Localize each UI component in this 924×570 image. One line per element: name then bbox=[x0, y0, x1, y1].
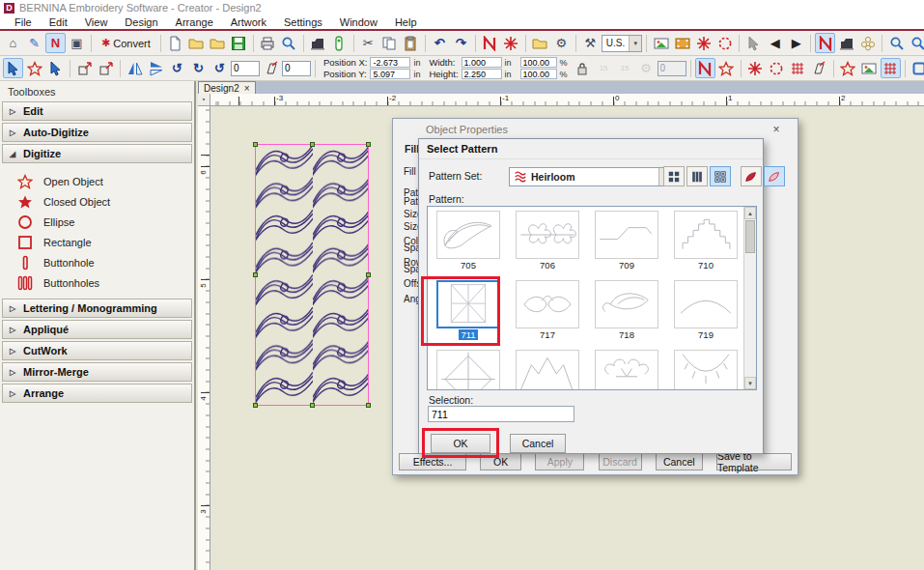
design-properties-icon[interactable]: ⚙ bbox=[551, 33, 572, 53]
tool-open-object[interactable]: Open Object bbox=[15, 171, 192, 191]
pattern-ok-button[interactable]: OK bbox=[431, 434, 490, 453]
picture-fill-icon[interactable] bbox=[859, 58, 880, 78]
open-recent-icon[interactable] bbox=[208, 33, 228, 53]
rotate-cw-45-icon[interactable]: ↻ bbox=[188, 58, 209, 78]
copy-icon[interactable] bbox=[379, 33, 400, 53]
width-input[interactable] bbox=[462, 57, 502, 68]
home-icon[interactable]: ⌂ bbox=[3, 33, 23, 53]
scroll-up-icon[interactable]: ▲ bbox=[744, 207, 756, 219]
ruler-corner[interactable]: ▪ bbox=[198, 94, 210, 106]
menu-file[interactable]: File bbox=[6, 16, 41, 28]
scrollbar-thumb[interactable] bbox=[745, 220, 755, 253]
tool-buttonhole[interactable]: Buttonhole bbox=[15, 252, 192, 272]
show-hoop-icon[interactable] bbox=[910, 58, 924, 78]
resize-handle[interactable] bbox=[253, 403, 258, 408]
select-pattern-titlebar[interactable]: Select Pattern bbox=[419, 139, 763, 159]
convert-button[interactable]: ✱ Convert bbox=[96, 33, 156, 53]
pattern-item-partial[interactable] bbox=[666, 350, 745, 390]
save-design-icon[interactable] bbox=[229, 33, 249, 53]
menu-view[interactable]: View bbox=[76, 16, 117, 28]
outline-preview-button[interactable] bbox=[764, 166, 785, 186]
cut-icon[interactable]: ✂ bbox=[358, 33, 378, 53]
outline-design-icon[interactable] bbox=[695, 58, 715, 78]
freehand-tool-icon[interactable] bbox=[809, 58, 829, 78]
close-icon[interactable]: × bbox=[763, 123, 790, 136]
list-view-button[interactable] bbox=[686, 166, 708, 186]
pattern-item-partial[interactable] bbox=[429, 350, 508, 390]
menu-design[interactable]: Design bbox=[116, 16, 166, 28]
resize-handle[interactable] bbox=[253, 272, 258, 277]
rotate-angle-input[interactable] bbox=[231, 61, 260, 76]
toolbox-cutwork[interactable]: ▷ CutWork bbox=[2, 341, 192, 360]
ok-button[interactable]: OK bbox=[480, 453, 521, 470]
height-input[interactable] bbox=[462, 69, 502, 79]
toolbox-digitize[interactable]: ◢ Digitize bbox=[2, 144, 192, 163]
resize-handle[interactable] bbox=[310, 403, 315, 408]
reshape-object-icon[interactable] bbox=[45, 58, 66, 78]
artwork-canvas-icon[interactable]: ✎ bbox=[24, 33, 44, 53]
rotate-tool-icon[interactable]: ↺ bbox=[210, 58, 230, 78]
pattern-item-partial[interactable] bbox=[587, 350, 666, 390]
units-dropdown[interactable]: U.S. ▾ bbox=[602, 35, 642, 52]
toolbox-applique[interactable]: ▷ Appliqué bbox=[2, 320, 192, 339]
scale-x-input[interactable] bbox=[520, 57, 557, 68]
show-stitches-icon[interactable] bbox=[693, 33, 714, 53]
stitch-player-icon[interactable] bbox=[815, 33, 835, 53]
resize-handle[interactable] bbox=[366, 272, 371, 277]
menu-artwork[interactable]: Artwork bbox=[222, 16, 275, 28]
toolbox-edit[interactable]: ▷ Edit bbox=[2, 101, 192, 121]
object-properties-icon[interactable] bbox=[530, 33, 550, 53]
insert-embroidery-icon[interactable] bbox=[480, 33, 500, 53]
scale-down-icon[interactable] bbox=[74, 58, 95, 78]
pattern-item-705[interactable]: 705 bbox=[429, 211, 508, 271]
tool-ellipse[interactable]: Ellipse bbox=[15, 212, 192, 232]
write-to-machine-icon[interactable] bbox=[308, 33, 328, 53]
zoom-out-icon[interactable] bbox=[908, 33, 924, 53]
pattern-item-709[interactable]: 709 bbox=[587, 211, 666, 271]
position-x-input[interactable] bbox=[370, 57, 410, 68]
menu-edit[interactable]: Edit bbox=[41, 16, 76, 28]
insert-artwork-icon[interactable] bbox=[501, 33, 521, 53]
paste-icon[interactable] bbox=[401, 33, 421, 53]
outline-shape-icon[interactable] bbox=[767, 58, 787, 78]
proportional-lock-icon[interactable] bbox=[573, 58, 593, 78]
resize-handle[interactable] bbox=[310, 142, 315, 147]
tool-buttonholes[interactable]: Buttonholes bbox=[15, 272, 192, 293]
select-object-icon[interactable] bbox=[3, 58, 23, 78]
show-artwork-icon[interactable] bbox=[672, 33, 692, 53]
skew-angle-input[interactable] bbox=[282, 61, 311, 76]
position-y-input[interactable] bbox=[370, 69, 410, 79]
scale-up-icon[interactable] bbox=[96, 58, 116, 78]
embroidery-canvas-icon[interactable]: N bbox=[45, 33, 66, 53]
small-icons-view-button[interactable] bbox=[663, 166, 685, 186]
toolbox-arrange[interactable]: ▷ Arrange bbox=[2, 384, 192, 403]
tab-close-icon[interactable]: × bbox=[244, 83, 250, 94]
pattern-fill-icon[interactable] bbox=[788, 58, 808, 78]
toolbox-mirror-merge[interactable]: ▷ Mirror-Merge bbox=[2, 362, 192, 382]
pattern-list-scrollbar[interactable]: ▲ ▼ bbox=[743, 207, 756, 389]
save-to-template-button[interactable]: Save to Template bbox=[716, 453, 792, 470]
pattern-item-partial[interactable] bbox=[508, 350, 587, 390]
pattern-list[interactable]: 705 706 709 710 711 717 bbox=[427, 206, 757, 390]
effects-button[interactable]: Effects... bbox=[399, 453, 466, 470]
color-film-icon[interactable] bbox=[857, 33, 878, 53]
mirror-horizontal-icon[interactable] bbox=[125, 58, 145, 78]
show-outlines-icon[interactable] bbox=[714, 33, 735, 53]
options-icon[interactable]: ⚒ bbox=[580, 33, 601, 53]
resize-handle[interactable] bbox=[366, 142, 371, 147]
scale-y-input[interactable] bbox=[520, 69, 557, 79]
redo-icon[interactable]: ↷ bbox=[451, 33, 471, 53]
polygon-select-icon[interactable] bbox=[24, 58, 44, 78]
show-pictures-icon[interactable] bbox=[651, 33, 671, 53]
write-to-card-icon[interactable] bbox=[329, 33, 350, 53]
next-icon[interactable]: ▶ bbox=[786, 33, 806, 53]
menu-window[interactable]: Window bbox=[331, 16, 386, 28]
toolbox-auto-digitize[interactable]: ▷ Auto-Digitize bbox=[2, 123, 192, 142]
resize-handle[interactable] bbox=[366, 403, 371, 408]
hoop-layout-icon[interactable]: ▣ bbox=[67, 33, 87, 53]
star-fill-icon[interactable] bbox=[838, 58, 858, 78]
object-properties-titlebar[interactable]: Object Properties × bbox=[393, 119, 798, 139]
grid-fill-icon[interactable] bbox=[881, 58, 901, 78]
toolbox-lettering[interactable]: ▷ Lettering / Monogramming bbox=[2, 299, 192, 318]
large-icons-view-button[interactable] bbox=[710, 166, 731, 186]
